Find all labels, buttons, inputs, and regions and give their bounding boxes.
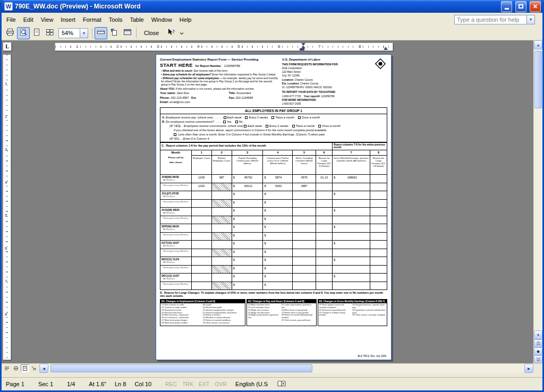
close-button[interactable]: ✕ — [530, 1, 541, 12]
zoom-combo[interactable]: 54%▼ — [58, 28, 88, 38]
reason-list: 09 Layoff10 Recall from layoff11 Interna… — [203, 304, 244, 325]
close-preview-button[interactable]: Close — [139, 28, 164, 38]
full-screen-button[interactable] — [121, 27, 134, 39]
table-cell: $ — [232, 257, 263, 266]
table-cell — [370, 208, 387, 216]
reason-list: 33 Irregular bonuses, awards, back pay34… — [352, 304, 386, 317]
table-row-all-workers: JUN(06) 06/30All Workers1245987$45792$58… — [160, 175, 387, 183]
ruler-number: 3 — [156, 44, 159, 49]
table-cell — [316, 241, 333, 249]
view-buttons — [2, 364, 39, 373]
chevron-down-icon[interactable]: ▼ — [80, 29, 88, 38]
month-cell: AUG(08) 08/25All Workers — [160, 208, 192, 216]
menu-item-file[interactable]: File — [3, 15, 20, 24]
scroll-left-button[interactable]: ◀ — [39, 364, 48, 373]
web-layout-view-button[interactable] — [12, 364, 20, 372]
status-mode-ovr[interactable]: OVR — [215, 381, 227, 387]
ces-report-form: Current Employment Statistics Report For… — [156, 55, 391, 360]
right-indent-marker[interactable] — [384, 47, 388, 50]
scroll-down-button[interactable]: ▼ — [534, 330, 542, 339]
horizontal-scroll-thumb[interactable] — [50, 364, 312, 372]
chevron-down-icon[interactable]: ▼ — [526, 15, 534, 24]
previous-page-button[interactable] — [534, 339, 542, 347]
table-cell — [316, 224, 333, 233]
scrollbar-corner — [533, 364, 542, 373]
multiple-pages-button[interactable] — [44, 27, 56, 39]
normal-view-button[interactable] — [3, 364, 11, 372]
table-cell — [211, 224, 232, 233]
menu-item-insert[interactable]: Insert — [57, 15, 79, 24]
magnifier-button[interactable] — [17, 27, 30, 39]
table-cell: $ — [232, 191, 263, 200]
shrink-to-fit-button[interactable] — [108, 27, 121, 39]
word-app-icon: W — [4, 2, 13, 11]
minimize-button[interactable] — [501, 1, 512, 12]
instruction-bullet: Different pay schedules for some employe… — [161, 76, 279, 86]
table-cell — [316, 216, 333, 224]
table-cell: $ — [333, 191, 370, 200]
spellcheck-icon[interactable] — [277, 380, 286, 388]
maximize-button[interactable] — [515, 1, 526, 12]
shrink-to-fit-icon — [110, 28, 118, 38]
vertical-scrollbar[interactable]: ▲ ▼ — [533, 40, 542, 363]
table-cell: $5874 — [263, 175, 293, 183]
table-cell: $ — [232, 265, 263, 274]
left-indent-marker[interactable] — [300, 48, 304, 50]
status-mode-rec[interactable]: REC — [165, 381, 177, 387]
menu-item-edit[interactable]: Edit — [20, 15, 37, 24]
status-language[interactable]: English (U.S — [235, 381, 268, 387]
dol-title: U.S. Department of Labor — [282, 58, 338, 62]
tab-selector[interactable]: L — [3, 42, 12, 51]
status-section: Sec 1 — [38, 381, 53, 387]
month-cell: Nonsupervisory Workers — [160, 282, 192, 290]
table-cell — [316, 249, 333, 257]
pay-option-once-a-month: Once a month — [298, 116, 320, 119]
full-screen-icon — [123, 28, 132, 38]
month-cell: Nonsupervisory Workers — [160, 199, 192, 208]
magnifier-icon — [19, 28, 28, 38]
pay-option-every-2-weeks: Every 2 weeks — [245, 116, 268, 119]
table-cell: $ — [333, 224, 370, 233]
print-layout-view-button[interactable] — [21, 364, 29, 372]
menu-item-window[interactable]: Window — [148, 15, 176, 24]
view-ruler-button[interactable] — [95, 27, 107, 39]
browse-dot-icon — [536, 350, 540, 354]
context-help-button[interactable]: ? — [165, 27, 177, 39]
toolbar-options-button[interactable] — [178, 27, 185, 39]
menu-item-tools[interactable]: Tools — [105, 15, 126, 24]
table-cell — [333, 265, 370, 274]
word-window: W 790E_WW.doc (Preview) - Microsoft Word… — [0, 0, 544, 392]
print-button[interactable] — [4, 27, 16, 39]
commission-freq-option-each-week: Each week — [244, 124, 262, 127]
ask-question-input[interactable]: Type a question for help ▼ — [454, 15, 535, 24]
scroll-up-button[interactable]: ▲ — [534, 40, 542, 49]
contact-phone: 202-123-4567 — [171, 96, 189, 99]
table-cell: $ — [263, 208, 293, 216]
one-page-button[interactable] — [30, 27, 43, 39]
ruler-number: 8 — [358, 44, 361, 49]
month-cell: JUL(07) 07/28All Workers — [160, 191, 192, 200]
scroll-right-button[interactable]: ▶ — [524, 364, 533, 373]
vertical-scroll-track[interactable] — [534, 49, 542, 330]
outline-view-button[interactable] — [30, 364, 38, 372]
table-cell: $ — [232, 208, 263, 216]
company-name: ACE Corporation — [282, 66, 338, 70]
table-cell — [370, 249, 387, 257]
select-browse-object-button[interactable] — [534, 347, 542, 355]
reason-item: 08 Short-term project ended — [162, 322, 203, 325]
table-cell — [292, 199, 316, 208]
reason-item: 32 Change in number of pay periods — [319, 312, 353, 317]
menu-item-format[interactable]: Format — [79, 15, 105, 24]
vertical-scroll-thumb[interactable] — [534, 51, 542, 108]
menu-item-table[interactable]: Table — [126, 15, 147, 24]
status-mode-trk[interactable]: TRK — [182, 381, 193, 387]
next-page-button[interactable] — [534, 355, 542, 363]
table-row-all-workers: OCT(10) 10/27All Workers$$$ — [160, 241, 387, 249]
ruler-number: 7 — [5, 279, 7, 284]
horizontal-scroll-track[interactable] — [48, 364, 524, 373]
preview-page[interactable]: Current Employment Statistics Report For… — [156, 54, 392, 360]
status-mode-ext[interactable]: EXT — [199, 381, 209, 387]
menu-item-help[interactable]: Help — [176, 15, 196, 24]
menu-item-view[interactable]: View — [37, 15, 57, 24]
table-cell — [211, 232, 232, 241]
